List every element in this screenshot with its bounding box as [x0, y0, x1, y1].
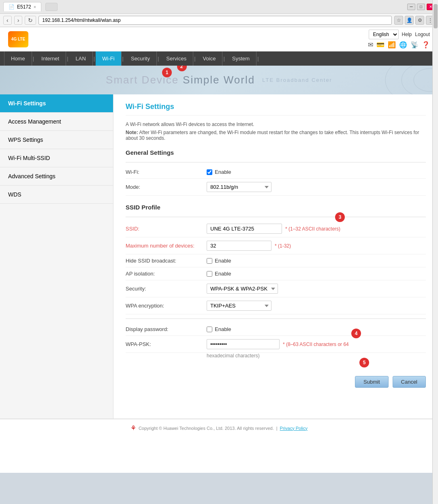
max-devices-hint: * (1-32)	[275, 243, 291, 249]
sidebar-item-wps-settings[interactable]: WPS Settings	[0, 131, 113, 149]
nav-menu: Home | Internet | LAN | Wi-Fi | Security…	[0, 51, 438, 66]
tab-favicon: 📄	[9, 4, 15, 10]
brand-simple-world-label: Simple World	[183, 74, 255, 86]
ap-isolation-checkbox[interactable]	[207, 271, 212, 277]
page-title: Wi-Fi Settings	[126, 103, 426, 115]
wpa-psk-input[interactable]	[207, 339, 280, 349]
sidebar-item-wds[interactable]: WDS	[0, 186, 113, 204]
footer-logo-icon: ⚘	[130, 424, 136, 432]
mode-row: Mode: 802.11b/g/n 802.11b/g 802.11n	[126, 179, 426, 196]
wifi-label: Wi-Fi:	[126, 169, 207, 175]
window-controls: ─ □ ✕	[407, 4, 435, 10]
help-circle-icon[interactable]: ❓	[422, 41, 430, 49]
wifi-value: Enable	[207, 169, 426, 175]
security-select[interactable]: WPA-PSK & WPA2-PSK WPA-PSK WPA2-PSK None	[207, 284, 278, 294]
signal-icon: 📶	[388, 41, 396, 49]
new-tab-button[interactable]	[45, 3, 58, 11]
ssid-value-area: * (1–32 ASCII characters) 3	[207, 224, 426, 234]
ssid-input[interactable]	[207, 224, 282, 234]
display-password-enable-label: Enable	[215, 326, 231, 332]
router-footer: ⚘ Copyright © Huawei Technologies Co., L…	[0, 419, 438, 437]
max-devices-value-area: * (1-32)	[207, 241, 426, 251]
content-wrapper: Wi-Fi Settings Access Management WPS Set…	[0, 94, 438, 419]
wpa-encryption-select[interactable]: TKIP+AES TKIP AES	[207, 301, 271, 311]
sim-icon[interactable]: 💳	[376, 41, 385, 49]
tab-close-button[interactable]: ×	[34, 4, 36, 9]
nav-item-security[interactable]: Security	[124, 51, 157, 66]
wpa-psk-hint-cont: hexadecimal characters)	[126, 353, 426, 362]
security-value-area: WPA-PSK & WPA2-PSK WPA-PSK WPA2-PSK None	[207, 284, 426, 294]
nav-item-home[interactable]: Home	[4, 51, 32, 66]
ap-isolation-container: Enable	[207, 271, 231, 277]
security-row: Security: WPA-PSK & WPA2-PSK WPA-PSK WPA…	[126, 280, 426, 297]
footer-separator: |	[276, 426, 278, 431]
hide-ssid-checkbox[interactable]	[207, 258, 212, 264]
wpa-psk-label: WPA-PSK:	[126, 341, 207, 347]
scrollbar[interactable]	[432, 0, 438, 504]
wifi-enable-checkbox[interactable]	[207, 169, 212, 175]
help-link[interactable]: Help	[402, 32, 412, 37]
browser-chrome: 📄 E5172 × ─ □ ✕ ‹ › ↻ ☆ 👤 ⚙ ⋮	[0, 0, 438, 27]
logo-text: 4G LTE	[11, 37, 25, 41]
nav-item-services[interactable]: Services	[160, 51, 193, 66]
step2-badge: 2	[177, 66, 187, 71]
main-content: Wi-Fi Settings A Wi-Fi network allows Wi…	[113, 94, 438, 419]
svg-point-0	[385, 66, 438, 94]
back-button[interactable]: ‹	[3, 16, 12, 25]
submit-button[interactable]: Submit	[355, 376, 388, 388]
router-header: 4G LTE English Thai Help Logout ✉ 💳 📶 🌐 …	[0, 27, 438, 51]
language-select[interactable]: English Thai	[369, 30, 399, 39]
mail-icon[interactable]: ✉	[368, 41, 373, 49]
scroll-thumb[interactable]	[434, 4, 438, 28]
note-text: Note: After Wi-Fi parameters are changed…	[126, 130, 426, 141]
nav-item-wifi[interactable]: Wi-Fi	[96, 51, 121, 66]
address-input[interactable]	[38, 16, 392, 25]
bookmark-icon[interactable]: ☆	[394, 16, 403, 25]
toolbar-icons: ☆ 👤 ⚙ ⋮	[394, 16, 435, 25]
reload-button[interactable]: ↻	[25, 16, 36, 25]
mode-select[interactable]: 802.11b/g/n 802.11b/g 802.11n	[207, 182, 271, 192]
sidebar-item-advanced-settings[interactable]: Advanced Settings	[0, 167, 113, 186]
max-devices-input[interactable]	[207, 241, 271, 251]
nav-item-voice[interactable]: Voice	[197, 51, 223, 66]
logout-link[interactable]: Logout	[415, 32, 430, 37]
wifi-icon: 📡	[410, 41, 419, 49]
sidebar-item-access-management[interactable]: Access Management	[0, 113, 113, 131]
step1-annotation: 1	[162, 68, 172, 77]
status-icons: ✉ 💳 📶 🌐 📡 ❓	[368, 41, 430, 49]
wpa-encryption-row: WPA encryption: TKIP+AES TKIP AES	[126, 297, 426, 314]
brand-decoration	[316, 66, 438, 94]
step4-badge: 4	[351, 329, 361, 338]
extension-icon[interactable]: 👤	[405, 16, 414, 25]
nav-item-internet[interactable]: Internet	[35, 51, 66, 66]
display-password-checkbox[interactable]	[207, 327, 212, 332]
ssid-profile-title: SSID Profile	[126, 204, 426, 211]
max-devices-label: Maximum number of devices:	[126, 243, 207, 249]
router-ui: 4G LTE English Thai Help Logout ✉ 💳 📶 🌐 …	[0, 27, 438, 473]
wifi-enable-container: Enable	[207, 169, 231, 175]
minimize-button[interactable]: ─	[407, 4, 415, 10]
ssid-hint: * (1–32 ASCII characters)	[285, 226, 340, 232]
ap-isolation-row: AP isolation: Enable	[126, 267, 426, 280]
wpa-psk-hint: * (8–63 ASCII characters or 64	[283, 342, 349, 347]
hide-ssid-value: Enable	[207, 258, 426, 264]
maximize-button[interactable]: □	[417, 4, 425, 10]
privacy-policy-link[interactable]: Privacy Policy	[280, 426, 308, 431]
settings-icon[interactable]: ⚙	[415, 16, 424, 25]
forward-button[interactable]: ›	[14, 16, 23, 25]
button-row: 5 Submit Cancel	[126, 370, 426, 388]
max-devices-row: Maximum number of devices: * (1-32)	[126, 237, 426, 254]
display-password-row: Display password: Enable	[126, 323, 426, 336]
nav-item-lan[interactable]: LAN	[69, 51, 93, 66]
wpa-encryption-label: WPA encryption:	[126, 303, 207, 309]
router-logo: 4G LTE	[8, 31, 28, 47]
security-label: Security:	[126, 286, 207, 292]
cancel-button[interactable]: Cancel	[393, 376, 426, 388]
tab-title: E5172	[17, 4, 31, 10]
sidebar-item-wifi-multi-ssid[interactable]: Wi-Fi Multi-SSID	[0, 149, 113, 167]
header-right: English Thai Help Logout ✉ 💳 📶 🌐 📡 ❓	[368, 30, 430, 49]
ssid-row: SSID: * (1–32 ASCII characters) 3	[126, 220, 426, 237]
browser-tab[interactable]: 📄 E5172 ×	[3, 2, 41, 11]
nav-item-system[interactable]: System	[226, 51, 256, 66]
sidebar-item-wifi-settings[interactable]: Wi-Fi Settings	[0, 94, 113, 113]
